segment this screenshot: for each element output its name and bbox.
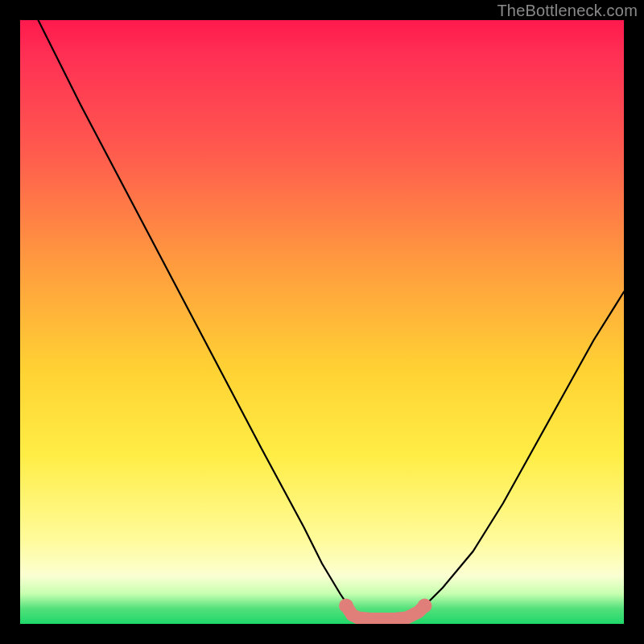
series-bottleneck-right-arm <box>425 292 625 606</box>
marker-group <box>339 599 432 621</box>
marker-end-left-b <box>346 609 359 621</box>
series-bottleneck-left-arm <box>39 20 353 612</box>
curve-layer <box>20 20 624 624</box>
plot-area <box>20 20 624 624</box>
chart-frame: TheBottleneck.com <box>0 0 644 644</box>
watermark-text: TheBottleneck.com <box>497 2 638 20</box>
series-group <box>39 20 625 612</box>
marker-end-right <box>418 599 432 613</box>
